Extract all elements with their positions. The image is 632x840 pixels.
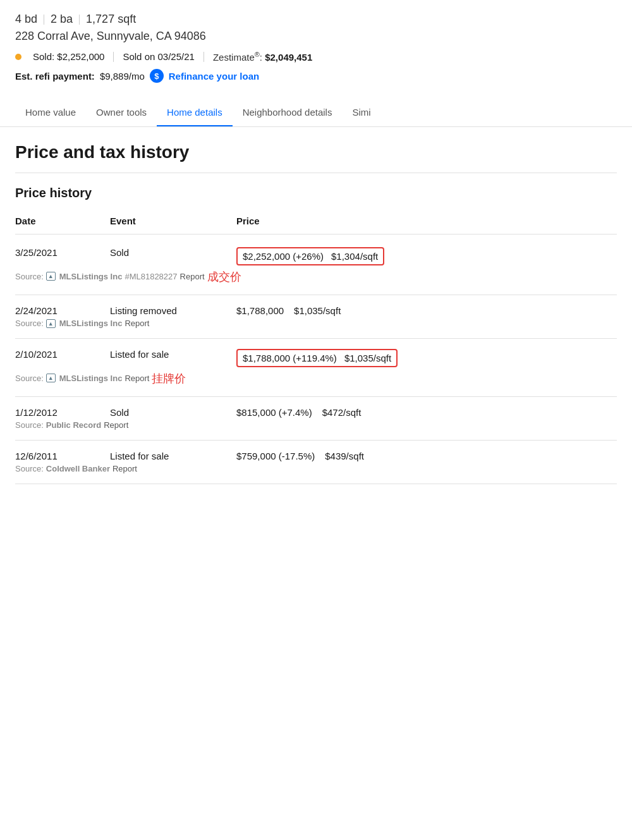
price-sqft-1: $1,304/sqft — [331, 251, 378, 262]
row-source-4: Source: Public Record Report — [15, 420, 617, 430]
mls-logo-1: ▲ — [46, 272, 56, 281]
row-price-4: $815,000 (+7.4%) $472/sqft — [236, 407, 617, 418]
price-sqft-5: $439/sqft — [325, 451, 364, 461]
source-name-3: MLSListings Inc — [59, 374, 123, 383]
row-main-3: 2/10/2021 Listed for sale $1,788,000 (+1… — [15, 349, 617, 367]
price-divider-1 — [113, 52, 114, 62]
source-report-3[interactable]: Report — [125, 374, 149, 383]
source-name-1: MLSListings Inc — [59, 272, 123, 281]
table-row: 1/12/2012 Sold $815,000 (+7.4%) $472/sqf… — [15, 397, 617, 441]
source-detail-1: #ML81828227 — [125, 272, 177, 281]
tab-home-value[interactable]: Home value — [15, 99, 86, 127]
main-content: Price and tax history Price history Date… — [0, 127, 632, 499]
spec-divider-2 — [79, 15, 80, 25]
table-row: 3/25/2021 Sold $2,252,000 (+26%) $1,304/… — [15, 237, 617, 295]
row-price-1: $2,252,000 (+26%) $1,304/sqft — [236, 247, 617, 265]
price-sqft-3: $1,035/sqft — [344, 353, 391, 363]
property-specs: 4 bd 2 ba 1,727 sqft — [15, 13, 617, 26]
row-source-3: Source: ▲ MLSListings Inc Report 挂牌价 — [15, 370, 617, 386]
sold-dot — [15, 54, 21, 60]
spec-divider-1 — [44, 15, 44, 25]
source-name-4: Public Record — [46, 420, 101, 430]
baths-label: 2 ba — [51, 13, 73, 26]
table-row: 12/6/2011 Listed for sale $759,000 (-17.… — [15, 441, 617, 484]
mls-logo-3: ▲ — [46, 374, 56, 382]
source-name-2: MLSListings Inc — [59, 319, 123, 328]
source-prefix-1: Source: — [15, 272, 44, 281]
price-sqft-2: $1,035/sqft — [294, 305, 341, 316]
annotation-1: 成交价 — [207, 269, 241, 284]
row-main-1: 3/25/2021 Sold $2,252,000 (+26%) $1,304/… — [15, 247, 617, 265]
refinance-link[interactable]: Refinance your loan — [169, 71, 259, 82]
source-report-1[interactable]: Report — [180, 272, 205, 281]
row-price-2: $1,788,000 $1,035/sqft — [236, 305, 617, 316]
tab-similar[interactable]: Simi — [342, 99, 380, 127]
beds-label: 4 bd — [15, 13, 37, 26]
row-event-1: Sold — [110, 247, 236, 258]
price-main-3: $1,788,000 (+119.4%) — [243, 353, 337, 363]
row-source-1: Source: ▲ MLSListings Inc #ML81828227 Re… — [15, 268, 617, 284]
source-report-4[interactable]: Report — [104, 420, 128, 430]
zestimate-label: Zestimate®: $2,049,451 — [213, 51, 312, 63]
sold-price: Sold: $2,252,000 — [33, 51, 104, 62]
property-address: 228 Corral Ave, Sunnyvale, CA 94086 — [15, 30, 617, 43]
table-header: Date Event Price — [15, 210, 617, 234]
table-row: 2/10/2021 Listed for sale $1,788,000 (+1… — [15, 339, 617, 397]
row-main-2: 2/24/2021 Listing removed $1,788,000 $1,… — [15, 305, 617, 316]
row-source-2: Source: ▲ MLSListings Inc Report — [15, 319, 617, 328]
price-sqft-4: $472/sqft — [322, 407, 362, 418]
table-row: 2/24/2021 Listing removed $1,788,000 $1,… — [15, 295, 617, 339]
sqft-label: 1,727 sqft — [86, 13, 136, 26]
row-price-5: $759,000 (-17.5%) $439/sqft — [236, 451, 617, 461]
refi-icon: $ — [150, 69, 164, 83]
header-date: Date — [15, 216, 110, 226]
source-report-5[interactable]: Report — [112, 464, 137, 473]
header-event: Event — [110, 216, 236, 226]
tab-home-details[interactable]: Home details — [157, 99, 233, 127]
refi-payment: $9,889/mo — [100, 71, 145, 82]
row-date-1: 3/25/2021 — [15, 247, 110, 258]
row-event-2: Listing removed — [110, 305, 236, 316]
price-main-4: $815,000 (+7.4%) — [236, 407, 312, 418]
source-prefix-3: Source: — [15, 374, 44, 383]
row-event-3: Listed for sale — [110, 349, 236, 360]
row-event-5: Listed for sale — [110, 451, 236, 461]
row-main-4: 1/12/2012 Sold $815,000 (+7.4%) $472/sqf… — [15, 407, 617, 418]
price-main-5: $759,000 (-17.5%) — [236, 451, 315, 461]
row-main-5: 12/6/2011 Listed for sale $759,000 (-17.… — [15, 451, 617, 461]
price-main-2: $1,788,000 — [236, 305, 284, 316]
source-name-5: Coldwell Banker — [46, 464, 110, 473]
annotation-3: 挂牌价 — [152, 371, 186, 386]
tab-owner-tools[interactable]: Owner tools — [86, 99, 157, 127]
price-main-1: $2,252,000 (+26%) — [243, 251, 324, 262]
source-prefix-2: Source: — [15, 319, 44, 328]
sold-date: Sold on 03/25/21 — [123, 51, 194, 62]
header-price: Price — [236, 216, 617, 226]
row-source-5: Source: Coldwell Banker Report — [15, 464, 617, 473]
price-highlight-3: $1,788,000 (+119.4%) $1,035/sqft — [236, 349, 398, 367]
tab-neighborhood-details[interactable]: Neighborhood details — [233, 99, 343, 127]
row-date-4: 1/12/2012 — [15, 407, 110, 418]
refi-label: Est. refi payment: — [15, 71, 95, 82]
zestimate-value: $2,049,451 — [265, 52, 312, 63]
tabs-container: Home value Owner tools Home details Neig… — [0, 99, 632, 127]
source-report-2[interactable]: Report — [125, 319, 149, 328]
source-prefix-4: Source: — [15, 420, 44, 430]
row-date-2: 2/24/2021 — [15, 305, 110, 316]
refi-row: Est. refi payment: $9,889/mo $ Refinance… — [15, 69, 617, 83]
row-price-3: $1,788,000 (+119.4%) $1,035/sqft — [236, 349, 617, 367]
section-title: Price history — [15, 186, 617, 200]
price-divider-2 — [204, 52, 204, 62]
row-event-4: Sold — [110, 407, 236, 418]
page-title: Price and tax history — [15, 142, 617, 173]
property-price-row: Sold: $2,252,000 Sold on 03/25/21 Zestim… — [15, 51, 617, 63]
row-date-5: 12/6/2011 — [15, 451, 110, 461]
price-highlight-1: $2,252,000 (+26%) $1,304/sqft — [236, 247, 384, 265]
registered-mark: ® — [255, 51, 260, 58]
mls-logo-2: ▲ — [46, 319, 56, 328]
row-date-3: 2/10/2021 — [15, 349, 110, 360]
history-table: Date Event Price 3/25/2021 Sold $2,252,0… — [15, 210, 617, 484]
source-prefix-5: Source: — [15, 464, 44, 473]
